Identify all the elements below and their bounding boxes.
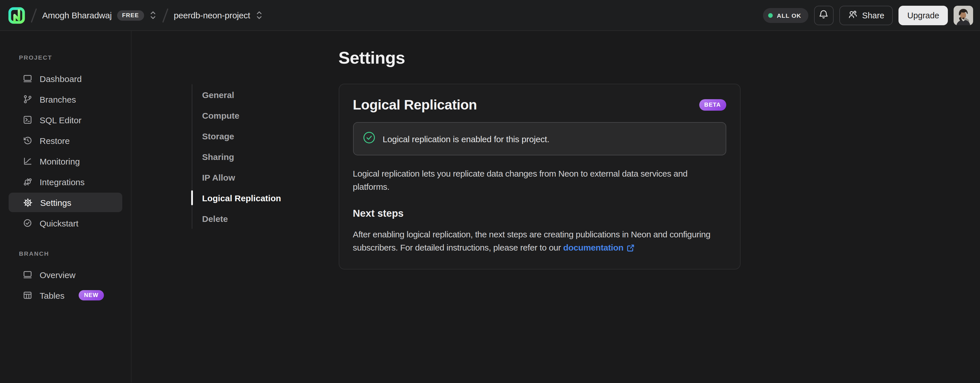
integrations-icon xyxy=(23,177,32,186)
sidebar-item-integrations[interactable]: Integrations xyxy=(9,172,122,192)
sidebar-item-label: Dashboard xyxy=(40,74,82,84)
card-title: Logical Replication xyxy=(353,97,477,113)
notifications-button[interactable] xyxy=(814,5,833,25)
next-steps-text: After enabling logical replication, the … xyxy=(353,227,726,254)
sidebar-item-label: Tables xyxy=(40,290,65,300)
chevron-updown-icon xyxy=(149,10,157,20)
sidebar-item-label: Restore xyxy=(40,136,70,146)
settings-nav: General Compute Storage Sharing IP Allow… xyxy=(192,84,298,382)
sidebar-item-sql-editor[interactable]: SQL Editor xyxy=(9,110,122,130)
org-name: Amogh Bharadwaj xyxy=(42,10,112,20)
check-circle-icon xyxy=(23,218,32,228)
chart-icon xyxy=(23,157,32,166)
breadcrumb-separator xyxy=(31,8,37,22)
topbar-actions: ALL OK xyxy=(763,5,973,25)
share-label: Share xyxy=(862,11,884,20)
sidebar-item-label: Integrations xyxy=(40,177,85,187)
replication-description: Logical replication lets you replicate d… xyxy=(353,167,726,193)
section-label-project: PROJECT xyxy=(19,54,122,61)
terminal-icon xyxy=(23,115,32,124)
success-check-icon xyxy=(363,131,375,146)
sidebar-section-project: PROJECT Dashboard xyxy=(9,54,122,233)
gear-icon xyxy=(23,198,33,207)
beta-badge: BETA xyxy=(699,99,726,111)
sidebar-item-label: Quickstart xyxy=(40,218,78,228)
history-icon xyxy=(23,136,32,145)
upgrade-button[interactable]: Upgrade xyxy=(899,5,948,25)
sidebar-item-overview[interactable]: Overview xyxy=(9,265,122,284)
share-button[interactable]: Share xyxy=(839,5,893,25)
settings-nav-logical-replication[interactable]: Logical Replication xyxy=(192,187,298,208)
git-branch-icon xyxy=(23,95,32,104)
breadcrumb-separator xyxy=(162,8,168,22)
sidebar-item-label: Monitoring xyxy=(40,156,80,166)
app-body: PROJECT Dashboard xyxy=(0,31,980,382)
status-label: ALL OK xyxy=(777,12,801,19)
users-icon xyxy=(848,9,858,21)
settings-nav-sharing[interactable]: Sharing xyxy=(192,146,298,167)
topbar: Amogh Bharadwaj FREE peerdb-neon-project xyxy=(0,0,980,31)
status-ok-dot-icon xyxy=(768,13,773,17)
project-selector[interactable]: peerdb-neon-project xyxy=(173,10,262,20)
window-icon xyxy=(23,270,32,279)
documentation-link-label: documentation xyxy=(563,241,624,254)
sidebar-item-label: SQL Editor xyxy=(40,115,81,125)
sidebar: PROJECT Dashboard xyxy=(0,31,132,382)
section-label-branch: BRANCH xyxy=(19,250,122,257)
sidebar-item-tables[interactable]: Tables NEW xyxy=(9,285,122,305)
project-name: peerdb-neon-project xyxy=(173,10,250,20)
next-steps-body: After enabling logical replication, the … xyxy=(353,229,710,252)
settings-nav-ip-allow[interactable]: IP Allow xyxy=(192,167,298,187)
user-avatar[interactable] xyxy=(954,5,973,25)
sidebar-item-branches[interactable]: Branches xyxy=(9,89,122,109)
settings-nav-delete[interactable]: Delete xyxy=(192,208,298,229)
sidebar-item-quickstart[interactable]: Quickstart xyxy=(9,213,122,233)
settings-nav-compute[interactable]: Compute xyxy=(192,105,298,125)
window-icon xyxy=(23,74,32,83)
bell-icon xyxy=(819,9,829,21)
sidebar-item-label: Settings xyxy=(40,198,71,207)
status-badge[interactable]: ALL OK xyxy=(763,8,808,23)
card-header: Logical Replication BETA xyxy=(353,97,726,113)
org-selector[interactable]: Amogh Bharadwaj FREE xyxy=(42,10,157,21)
content-area: General Compute Storage Sharing IP Allow… xyxy=(132,31,980,382)
alert-text: Logical replication is enabled for this … xyxy=(383,134,549,144)
neon-console-app: Amogh Bharadwaj FREE peerdb-neon-project xyxy=(0,0,980,383)
next-steps-title: Next steps xyxy=(353,207,726,219)
external-link-icon xyxy=(626,244,635,252)
settings-nav-storage[interactable]: Storage xyxy=(192,125,298,146)
new-badge: NEW xyxy=(79,290,103,301)
page-title: Settings xyxy=(339,48,740,68)
settings-page: Settings Logical Replication BETA Logica… xyxy=(339,31,740,382)
chevron-updown-icon xyxy=(256,10,263,20)
settings-nav-general[interactable]: General xyxy=(192,84,298,105)
logical-replication-card: Logical Replication BETA Logical replica… xyxy=(339,84,740,269)
breadcrumb: Amogh Bharadwaj FREE peerdb-neon-project xyxy=(8,6,263,24)
sidebar-item-monitoring[interactable]: Monitoring xyxy=(9,151,122,171)
plan-badge: FREE xyxy=(117,10,144,21)
sidebar-section-branch: BRANCH Overview xyxy=(9,250,122,305)
neon-logo[interactable] xyxy=(8,6,25,24)
sidebar-item-settings[interactable]: Settings xyxy=(9,193,122,212)
sidebar-item-dashboard[interactable]: Dashboard xyxy=(9,69,122,88)
table-icon xyxy=(23,291,32,300)
sidebar-item-label: Branches xyxy=(40,94,76,104)
sidebar-item-restore[interactable]: Restore xyxy=(9,131,122,150)
sidebar-item-label: Overview xyxy=(40,270,75,280)
documentation-link[interactable]: documentation xyxy=(563,241,635,254)
replication-enabled-alert: Logical replication is enabled for this … xyxy=(353,122,726,155)
